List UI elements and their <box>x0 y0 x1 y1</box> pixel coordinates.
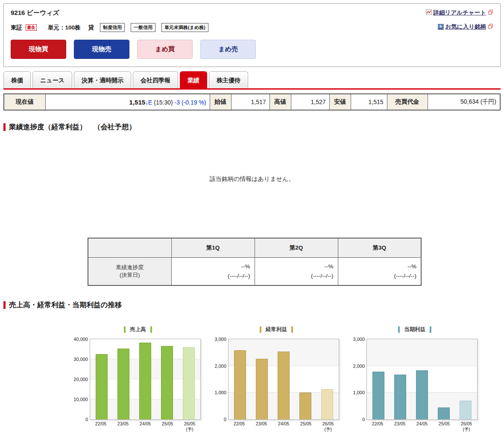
q3-header: 第3Q <box>338 238 421 257</box>
x-tick-label: 26/05(予) <box>179 421 201 432</box>
plus-icon: + <box>438 24 444 30</box>
y-axis: 3,0002,0001,0000 <box>349 339 367 419</box>
charts-row: 売上高 40,00030,00020,00010,0000 22/0523/05… <box>72 325 501 432</box>
plot-area: 3,0002,0001,0000 <box>228 339 339 420</box>
chart-net-profit: 当期利益 3,0002,0001,0000 22/0523/0524/0525/… <box>349 325 481 432</box>
chart-sales: 売上高 40,00030,00020,00010,0000 22/0523/05… <box>72 325 204 432</box>
price-direction: ↓E <box>145 99 152 106</box>
tab-news[interactable]: ニュース <box>32 71 72 88</box>
market-label: 東証 <box>11 24 22 32</box>
bar <box>234 350 246 419</box>
external-window-icon <box>488 24 493 30</box>
price-time: (15:30) <box>154 99 173 106</box>
high-label: 高値 <box>270 94 291 110</box>
bar-slot <box>390 339 411 419</box>
x-tick-label: 23/05 <box>389 421 411 432</box>
bar <box>278 352 290 419</box>
bar-slot <box>251 339 273 419</box>
x-tick-label: 26/05(予) <box>317 421 339 432</box>
bar-slot <box>229 339 251 419</box>
chart-title: 売上高 <box>72 325 204 334</box>
y-tick-label: 0 <box>74 417 88 422</box>
bar <box>299 393 311 419</box>
bar <box>438 407 450 419</box>
section-title-trend: 売上高・経常利益・当期利益の推移 <box>3 300 501 310</box>
legend-bar-icon <box>398 326 400 333</box>
y-tick-label: 30,000 <box>74 357 88 362</box>
open-label: 始値 <box>210 94 231 110</box>
y-tick-label: 0 <box>212 417 226 422</box>
forecast-suffix: (予) <box>455 427 478 432</box>
tab-bar: 株価 ニュース 決算・適時開示 会社四季報 業績 株主優待 <box>3 71 501 90</box>
tab-shikiho[interactable]: 会社四季報 <box>133 71 178 88</box>
tab-shareholder-benefit[interactable]: 株主優待 <box>209 71 248 88</box>
x-tick-label: 24/05 <box>273 421 295 432</box>
loan-badge-ippan: 一般信用 <box>131 23 155 32</box>
no-info-message: 該当銘柄の情報はありません。 <box>3 175 501 183</box>
forecast-suffix: (予) <box>179 427 201 432</box>
page: 9216 ビーウィズ 詳細リアルチャート 東証 最良 単元：100株 貸 制度信… <box>0 0 504 435</box>
mini-chart-icon <box>426 9 432 16</box>
stock-header: 9216 ビーウィズ 詳細リアルチャート 東証 最良 単元：100株 貸 制度信… <box>3 3 501 67</box>
realtime-chart-link[interactable]: 詳細リアルチャート <box>426 9 493 17</box>
open-value: 1,517 <box>231 94 270 110</box>
bar-slot <box>433 339 454 419</box>
x-axis: 22/0523/0524/0525/0526/05(予) <box>228 421 339 432</box>
y-tick-label: 3,000 <box>212 337 226 342</box>
low-value: 1,515 <box>351 94 387 110</box>
y-tick-label: 2,000 <box>351 364 365 369</box>
tab-stock-price[interactable]: 株価 <box>3 71 31 88</box>
progress-corner-cell <box>88 238 171 257</box>
progress-table: 第1Q 第2Q 第3Q 業績進捗度 (決算日) --% (----/--/--)… <box>88 238 422 286</box>
y-tick-label: 0 <box>351 417 365 422</box>
bar-slot <box>454 339 476 419</box>
bar <box>416 370 428 419</box>
plot-area: 40,00030,00020,00010,0000 <box>90 339 201 420</box>
genbutsu-sell-button[interactable]: 現物売 <box>74 40 129 59</box>
red-bar-icon <box>3 123 6 131</box>
x-tick-label: 24/05 <box>134 421 156 432</box>
x-tick-label: 26/05(予) <box>455 421 478 432</box>
high-value: 1,527 <box>291 94 329 110</box>
bar-slot <box>411 339 433 419</box>
bar-slot <box>316 339 338 419</box>
forecast-bar <box>460 401 472 419</box>
y-tick-label: 2,000 <box>212 364 226 369</box>
y-axis: 3,0002,0001,0000 <box>211 339 229 419</box>
tab-performance[interactable]: 業績 <box>180 71 207 88</box>
section-title-progress: 業績進捗度（経常利益） （会社予想） <box>3 122 501 132</box>
current-value: 1,515↓E (15:30) -3 (-0.19 %) <box>45 94 210 110</box>
y-tick-label: 1,000 <box>212 390 226 395</box>
stock-title: 9216 ビーウィズ <box>11 9 59 17</box>
x-tick-label: 25/05 <box>433 421 455 432</box>
loan-label: 貸 <box>88 24 94 32</box>
bar <box>117 349 129 419</box>
chart-ordinary-profit: 経常利益 3,0002,0001,0000 22/0523/0524/0525/… <box>210 325 343 432</box>
red-bar-icon <box>3 301 6 309</box>
progress-row-label: 業績進捗度 (決算日) <box>88 257 171 285</box>
q3-progress-cell: --% (----/--/--) <box>338 257 421 285</box>
y-tick-label: 40,000 <box>74 337 88 342</box>
bar <box>161 346 173 419</box>
mame-buy-button[interactable]: まめ買 <box>137 40 193 59</box>
realtime-chart-link-label: 詳細リアルチャート <box>434 9 486 17</box>
legend-bar-icon <box>124 326 126 333</box>
turnover-label: 売買代金 <box>387 94 428 110</box>
legend-bar-icon <box>150 326 152 333</box>
price-change: -3 (-0.19 %) <box>175 99 206 106</box>
q2-header: 第2Q <box>255 238 338 257</box>
genbutsu-buy-button[interactable]: 現物買 <box>11 40 66 59</box>
current-price: 1,515 <box>129 99 146 106</box>
bar-slot <box>273 339 295 419</box>
q1-progress-cell: --% (----/--/--) <box>171 257 255 285</box>
chart-title: 経常利益 <box>210 325 343 334</box>
mame-sell-button[interactable]: まめ売 <box>200 40 256 59</box>
favorite-link[interactable]: + お気に入り銘柄 <box>438 23 493 31</box>
bar-slot <box>156 339 178 419</box>
y-tick-label: 20,000 <box>74 377 88 382</box>
bar-slot <box>91 339 113 419</box>
x-tick-label: 22/05 <box>90 421 112 432</box>
tab-disclosure[interactable]: 決算・適時開示 <box>74 71 131 88</box>
y-tick-label: 10,000 <box>74 397 88 402</box>
loan-badge-mame: 単元未満株(まめ株) <box>161 23 208 32</box>
